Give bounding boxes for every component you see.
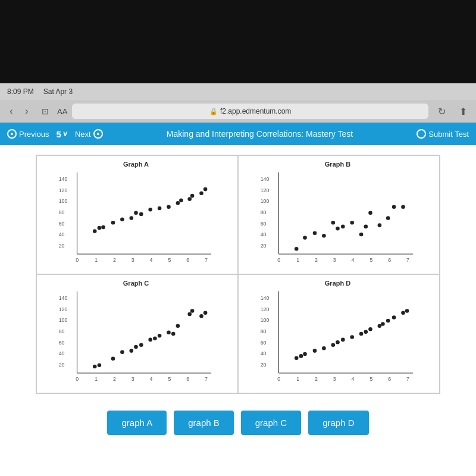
svg-point-89 — [139, 343, 143, 347]
svg-text:40: 40 — [59, 231, 65, 237]
previous-label: Previous — [19, 130, 49, 139]
graph-c-chart: 140 120 100 80 60 40 20 0 1 2 3 4 5 6 7 — [39, 288, 233, 386]
svg-text:5: 5 — [168, 376, 171, 382]
svg-point-94 — [171, 332, 176, 336]
next-dot-icon: ● — [93, 129, 103, 139]
svg-point-95 — [176, 324, 180, 328]
svg-point-86 — [120, 350, 124, 355]
forward-button[interactable]: › — [20, 105, 33, 118]
svg-point-20 — [111, 221, 115, 225]
svg-point-98 — [199, 314, 203, 318]
svg-text:20: 20 — [59, 362, 65, 368]
svg-point-127 — [364, 330, 368, 334]
svg-point-129 — [378, 324, 382, 328]
refresh-button[interactable]: ↻ — [433, 103, 450, 120]
svg-text:5: 5 — [369, 257, 372, 263]
svg-point-57 — [341, 225, 345, 229]
svg-point-63 — [386, 216, 390, 220]
graph-a-chart: 140 120 100 80 60 40 20 0 1 2 3 4 5 6 7 — [39, 169, 233, 267]
page-title: Making and Interpreting Correlations: Ma… — [110, 129, 410, 139]
svg-point-133 — [401, 311, 405, 315]
svg-point-32 — [199, 191, 203, 195]
svg-text:80: 80 — [59, 328, 65, 334]
svg-text:80: 80 — [59, 209, 65, 215]
question-num-text: 5 — [57, 129, 61, 139]
svg-text:60: 60 — [59, 221, 65, 227]
reader-button[interactable]: ⊡ — [38, 106, 52, 117]
svg-text:7: 7 — [205, 257, 208, 263]
svg-point-52 — [303, 236, 307, 240]
svg-text:100: 100 — [261, 317, 270, 323]
svg-text:2: 2 — [113, 257, 116, 263]
svg-point-23 — [134, 211, 138, 215]
svg-text:0: 0 — [76, 376, 79, 382]
svg-point-119 — [303, 352, 307, 356]
address-bar[interactable]: 🔒 f2.app.edmentum.com — [72, 104, 428, 119]
svg-point-83 — [93, 365, 97, 369]
graph-b-title: Graph B — [241, 161, 434, 168]
svg-text:4: 4 — [150, 257, 153, 263]
svg-text:6: 6 — [186, 376, 189, 382]
svg-point-30 — [187, 197, 192, 201]
svg-text:120: 120 — [59, 306, 68, 312]
svg-point-96 — [187, 312, 192, 317]
graph-d-button[interactable]: graph D — [308, 411, 368, 435]
svg-text:0: 0 — [277, 257, 280, 263]
svg-text:40: 40 — [261, 231, 267, 237]
submit-dot-icon — [416, 129, 426, 139]
graph-a-title: Graph A — [39, 161, 233, 168]
svg-point-118 — [299, 354, 303, 358]
svg-text:120: 120 — [59, 187, 68, 193]
svg-point-123 — [336, 340, 340, 345]
svg-point-117 — [295, 356, 299, 360]
svg-point-88 — [134, 345, 138, 349]
graph-c-cell: Graph C 140 120 100 80 60 40 20 0 1 2 3 … — [36, 274, 238, 393]
svg-text:7: 7 — [406, 257, 409, 263]
svg-point-87 — [130, 349, 134, 353]
nav-toolbar: ● Previous 5 ∨ Next ● Making and Interpr… — [0, 123, 476, 145]
svg-text:4: 4 — [150, 376, 153, 382]
submit-test-button[interactable]: Submit Test — [416, 129, 469, 139]
svg-point-90 — [148, 338, 152, 342]
graph-d-cell: Graph D 140 120 100 80 60 40 20 0 1 2 3 … — [238, 274, 440, 393]
svg-text:120: 120 — [261, 306, 270, 312]
share-button[interactable]: ⬆ — [455, 103, 471, 120]
svg-text:1: 1 — [296, 376, 299, 382]
svg-point-60 — [364, 225, 368, 229]
question-number[interactable]: 5 ∨ — [57, 129, 68, 139]
graph-a-cell: Graph A 140 120 100 80 60 40 20 0 1 — [36, 155, 238, 274]
svg-text:20: 20 — [261, 362, 267, 368]
graph-c-button[interactable]: graph C — [241, 411, 301, 435]
svg-point-62 — [378, 223, 382, 227]
svg-text:60: 60 — [59, 340, 65, 346]
svg-text:0: 0 — [277, 376, 280, 382]
svg-point-93 — [167, 331, 171, 335]
previous-nav[interactable]: ● Previous — [7, 129, 49, 139]
graph-a-button[interactable]: graph A — [107, 411, 167, 435]
back-button[interactable]: ‹ — [5, 105, 18, 118]
svg-point-97 — [190, 309, 195, 313]
svg-text:2: 2 — [315, 376, 318, 382]
graph-b-chart: 140 120 100 80 60 40 20 0 1 2 3 4 5 6 7 — [241, 169, 434, 267]
graph-b-cell: Graph B 140 120 100 80 60 40 20 0 1 2 3 … — [238, 155, 440, 274]
svg-point-22 — [130, 216, 134, 220]
svg-text:40: 40 — [261, 350, 267, 356]
svg-point-19 — [101, 226, 105, 230]
svg-text:0: 0 — [76, 257, 79, 263]
svg-point-85 — [111, 357, 115, 361]
lock-icon: 🔒 — [209, 108, 218, 115]
svg-point-132 — [392, 315, 396, 320]
svg-text:140: 140 — [261, 176, 270, 182]
svg-text:3: 3 — [131, 376, 134, 382]
svg-text:3: 3 — [131, 257, 134, 263]
svg-text:60: 60 — [261, 221, 267, 227]
svg-point-65 — [401, 205, 405, 209]
main-content: Graph A 140 120 100 80 60 40 20 0 1 — [0, 145, 476, 476]
svg-text:3: 3 — [333, 257, 336, 263]
graph-c-title: Graph C — [39, 280, 233, 287]
svg-point-51 — [295, 247, 299, 251]
svg-point-121 — [322, 346, 326, 350]
graph-b-button[interactable]: graph B — [174, 411, 234, 435]
svg-point-31 — [190, 194, 195, 198]
next-nav[interactable]: Next ● — [75, 129, 103, 139]
